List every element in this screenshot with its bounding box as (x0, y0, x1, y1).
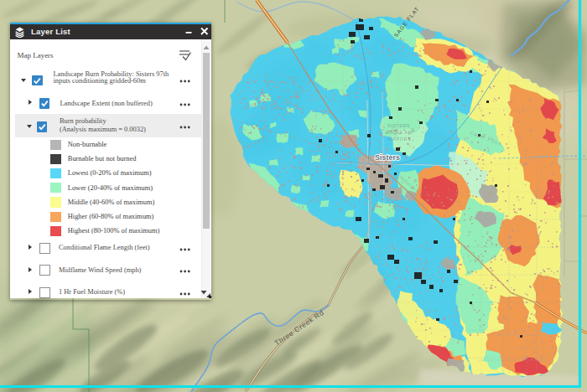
svg-text:EAGLE AIR: EAGLE AIR (386, 130, 413, 135)
svg-text:SISTERS: SISTERS (387, 123, 410, 128)
svg-text:AIRPORT: AIRPORT (387, 137, 411, 142)
svg-text:Sisters: Sisters (375, 153, 400, 162)
